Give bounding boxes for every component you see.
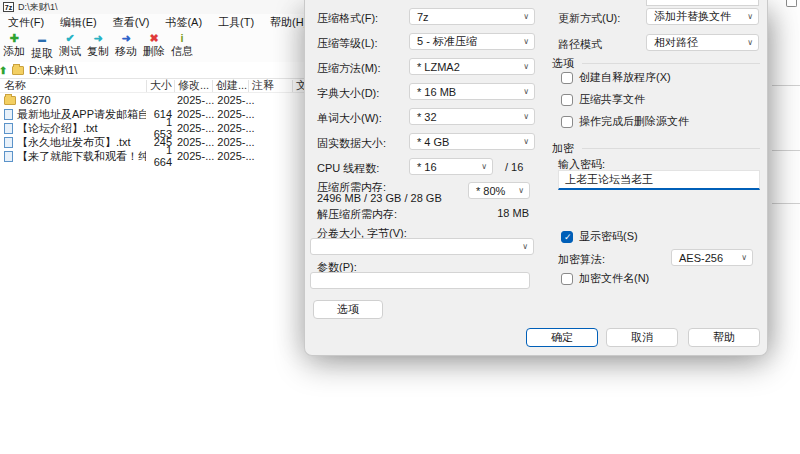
column-name[interactable]: 名称: [0, 80, 146, 92]
column-modified[interactable]: 修改...: [174, 80, 212, 92]
menu-edit[interactable]: 编辑(E): [52, 15, 105, 30]
encryption-method-select[interactable]: AES-256∨: [671, 249, 753, 266]
extract-icon: [38, 32, 46, 46]
chevron-down-icon: ∨: [741, 253, 747, 262]
menu-file[interactable]: 文件(F): [0, 15, 52, 30]
checkbox-icon: [561, 72, 573, 84]
7zip-app-icon: 7z: [3, 2, 14, 12]
menu-view[interactable]: 查看(V): [105, 15, 158, 30]
path-mode-label: 路径模式: [558, 37, 602, 52]
window-title: D:\来财\1\: [18, 1, 58, 14]
dictionary-select[interactable]: * 16 MB∨: [409, 83, 535, 100]
update-mode-select[interactable]: 添加并替换文件∨: [646, 8, 759, 25]
parameters-input[interactable]: [310, 272, 530, 289]
password-input[interactable]: 上老王论坛当老王: [558, 170, 760, 190]
copy-icon: [93, 32, 102, 44]
chevron-down-icon: ∨: [523, 137, 529, 146]
info-button[interactable]: 信息: [169, 32, 195, 61]
add-to-archive-dialog: 压缩格式(F): 7z∨ 压缩等级(L): 5 - 标准压缩∨ 压缩方法(M):…: [304, 0, 768, 356]
ok-button[interactable]: 确定: [526, 328, 598, 347]
info-icon: [180, 32, 183, 44]
chevron-down-icon: ∨: [523, 62, 529, 71]
options-group-title: 选项: [552, 56, 760, 71]
dictionary-label: 字典大小(D):: [317, 86, 379, 101]
word-size-select[interactable]: * 32∨: [409, 108, 535, 125]
background-window: [768, 0, 800, 240]
cpu-threads-select[interactable]: * 16∨: [409, 158, 493, 175]
chevron-down-icon: ∨: [747, 12, 753, 21]
cpu-threads-label: CPU 线程数:: [317, 161, 379, 176]
memory-detail: 2496 MB / 23 GB / 28 GB: [317, 192, 442, 204]
file-icon: [4, 137, 13, 148]
screen: 7z D:\来财\1\ 文件(F) 编辑(E) 查看(V) 书签(A) 工具(T…: [0, 0, 800, 454]
encryption-group-title: 加密: [552, 141, 760, 156]
checkbox-create-sfx[interactable]: 创建自释放程序(X): [561, 70, 671, 85]
delete-icon: [149, 32, 158, 44]
column-comment[interactable]: 注释: [248, 80, 292, 92]
file-icon: [4, 123, 13, 134]
level-select[interactable]: 5 - 标准压缩∨: [409, 33, 535, 50]
checkbox-show-password[interactable]: 显示密码(S): [561, 229, 638, 244]
test-icon: [65, 32, 74, 44]
test-button[interactable]: 测试: [57, 32, 83, 61]
word-size-label: 单词大小(W):: [317, 111, 382, 126]
cancel-button[interactable]: 取消: [606, 328, 678, 347]
chevron-down-icon: ∨: [747, 38, 753, 47]
chevron-down-icon: ∨: [518, 186, 524, 195]
chevron-down-icon: ∨: [523, 112, 529, 121]
help-button[interactable]: 帮助: [688, 328, 760, 347]
method-select[interactable]: * LZMA2∨: [409, 58, 535, 75]
chevron-down-icon: ∨: [523, 12, 529, 21]
add-button[interactable]: 添加: [1, 32, 27, 61]
chevron-down-icon: ∨: [523, 37, 529, 46]
checkbox-icon: [561, 273, 573, 285]
checkbox-icon: [561, 94, 573, 106]
format-label: 压缩格式(F):: [317, 11, 378, 26]
move-icon: [121, 32, 130, 44]
format-select[interactable]: 7z∨: [409, 8, 535, 25]
memory-decompress-value: 18 MB: [477, 207, 529, 219]
delete-button[interactable]: 删除: [141, 32, 167, 61]
folder-icon: [4, 96, 16, 105]
level-label: 压缩等级(L):: [317, 36, 378, 51]
folder-icon: [12, 66, 24, 75]
copy-button[interactable]: 复制: [85, 32, 111, 61]
path-mode-select[interactable]: 相对路径∨: [646, 34, 759, 51]
chevron-down-icon: ∨: [523, 87, 529, 96]
truncated-select[interactable]: [646, 0, 759, 6]
file-icon: [4, 109, 13, 120]
up-level-icon[interactable]: ⬆: [0, 65, 7, 76]
move-button[interactable]: 移动: [113, 32, 139, 61]
update-mode-label: 更新方式(U):: [558, 11, 620, 26]
memory-percent-select[interactable]: * 80%∨: [468, 182, 530, 199]
solid-block-label: 固实数据大小:: [317, 136, 386, 151]
column-created[interactable]: 创建...: [212, 80, 248, 92]
solid-block-select[interactable]: * 4 GB∨: [409, 133, 535, 150]
checkbox-compress-shared[interactable]: 压缩共享文件: [561, 92, 645, 107]
checkbox-delete-after[interactable]: 操作完成后删除源文件: [561, 114, 689, 129]
chevron-down-icon: ∨: [522, 242, 528, 251]
memory-decompress-label: 解压缩所需内存:: [317, 207, 397, 222]
add-icon: [9, 32, 18, 44]
checkbox-encrypt-filenames[interactable]: 加密文件名(N): [561, 271, 649, 286]
checkbox-icon: [786, 0, 797, 7]
cpu-threads-max: / 16: [505, 161, 523, 173]
checkbox-icon: [561, 116, 573, 128]
menu-bookmarks[interactable]: 书签(A): [157, 15, 210, 30]
extract-button[interactable]: 提取: [29, 32, 55, 61]
column-size[interactable]: 大小: [146, 80, 174, 92]
method-label: 压缩方法(M):: [317, 61, 381, 76]
chevron-down-icon: ∨: [481, 162, 487, 171]
volume-size-select[interactable]: ∨: [310, 238, 534, 255]
menu-tools[interactable]: 工具(T): [210, 15, 262, 30]
address-path[interactable]: D:\来财\1\: [29, 63, 77, 78]
checkbox-checked-icon: [561, 231, 573, 243]
options-button[interactable]: 选项: [313, 300, 383, 319]
encryption-method-label: 加密算法:: [558, 252, 605, 267]
file-icon: [4, 151, 13, 162]
